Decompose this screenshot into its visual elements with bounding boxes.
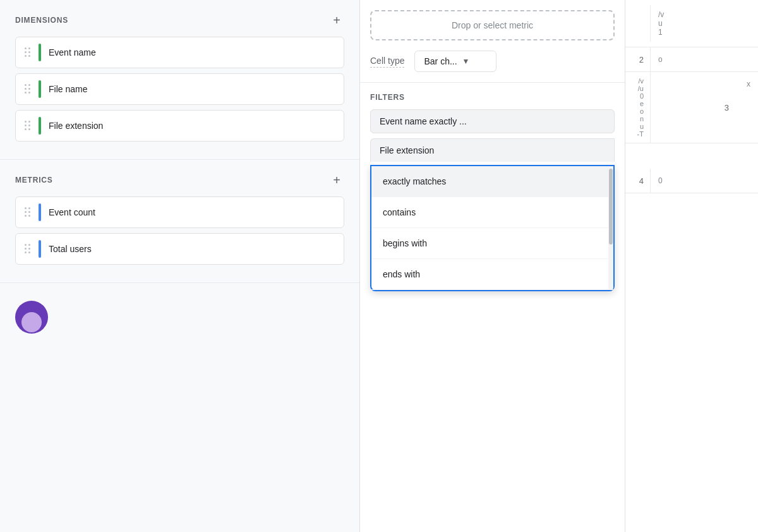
add-metric-button[interactable]: + [329, 172, 344, 188]
drag-handle-icon [25, 84, 31, 94]
config-panel: Drop or select metric Cell type Bar ch..… [360, 0, 625, 532]
dropdown-item-begins-with[interactable]: begins with [371, 228, 613, 259]
scrollbar-track [608, 166, 613, 290]
dropdown-item-exactly-matches[interactable]: exactly matches [371, 166, 613, 197]
blue-bar-icon [39, 203, 41, 221]
cell-type-select[interactable]: Bar ch... ▼ [414, 51, 496, 72]
row-content-right: /v /u 0 e o n u -T [625, 72, 651, 143]
chevron-down-icon: ▼ [462, 57, 470, 66]
metric-drop-zone[interactable]: Drop or select metric [370, 10, 615, 40]
table-cell-3: x [739, 72, 758, 143]
dimension-file-extension[interactable]: File extension [15, 110, 344, 142]
metrics-header: METRICS + [15, 172, 344, 188]
dropdown-item-ends-with[interactable]: ends with [371, 259, 613, 290]
dimension-label: File name [49, 84, 87, 94]
metrics-section: METRICS + Event count Total users [0, 160, 359, 283]
dimension-label: File extension [49, 121, 103, 131]
metric-drop-zone-label: Drop or select metric [452, 20, 533, 30]
green-bar-icon [39, 44, 41, 61]
blue-bar-icon [39, 240, 41, 258]
drag-handle-icon [25, 207, 31, 217]
row-number-3: 3 [651, 72, 739, 143]
filter-extension-text: File extension [380, 145, 434, 155]
filter-event-name[interactable]: Event name exactly ... [370, 109, 615, 133]
row-number-4: 4 [625, 169, 651, 193]
dimension-file-name[interactable]: File name [15, 73, 344, 105]
avatar[interactable] [15, 301, 48, 334]
filter-extension-label[interactable]: File extension [370, 138, 615, 162]
table-header-cell: /vu1 [651, 5, 758, 42]
dropdown-item-contains[interactable]: contains [371, 197, 613, 228]
dropdown-item-label: contains [383, 207, 416, 217]
filter-event-name-label: Event name exactly ... [380, 116, 467, 126]
left-panel: DIMENSIONS + Event name File name [0, 0, 360, 532]
metrics-title: METRICS [15, 176, 53, 184]
table-panel: /vu1 2 o /v /u 0 e o n u -T 3 x [625, 0, 758, 532]
dropdown-item-label: ends with [383, 269, 420, 279]
table-cell-4: 0 [651, 169, 758, 193]
dropdown-item-label: begins with [383, 238, 427, 248]
filters-title: FILTERS [370, 93, 615, 102]
metric-total-users[interactable]: Total users [15, 233, 344, 265]
metric-label: Total users [49, 244, 92, 254]
scrollbar-thumb[interactable] [609, 169, 613, 245]
cell-type-label: Cell type [370, 56, 404, 68]
drag-handle-icon [25, 244, 31, 254]
drag-handle-icon [25, 47, 31, 57]
green-bar-icon [39, 80, 41, 98]
row-number-2: 2 [625, 47, 651, 71]
cell-type-row: Cell type Bar ch... ▼ [360, 40, 625, 82]
add-dimension-button[interactable]: + [329, 13, 344, 28]
table-cell-2: o [651, 47, 758, 71]
dimensions-section: DIMENSIONS + Event name File name [0, 0, 359, 160]
dropdown-item-label: exactly matches [383, 176, 446, 186]
dimensions-header: DIMENSIONS + [15, 13, 344, 28]
filter-operator-dropdown: exactly matches contains begins with end… [370, 165, 615, 291]
green-bar-icon [39, 117, 41, 135]
dimensions-title: DIMENSIONS [15, 16, 68, 25]
filter-extension-container: File extension exactly matches contains … [370, 138, 615, 162]
cell-type-value: Bar ch... [424, 56, 457, 66]
metric-label: Event count [49, 207, 95, 217]
drag-handle-icon [25, 121, 31, 131]
filters-section: FILTERS Event name exactly ... File exte… [360, 83, 625, 172]
dimension-event-name[interactable]: Event name [15, 37, 344, 68]
metric-event-count[interactable]: Event count [15, 196, 344, 228]
dimension-label: Event name [49, 47, 96, 57]
